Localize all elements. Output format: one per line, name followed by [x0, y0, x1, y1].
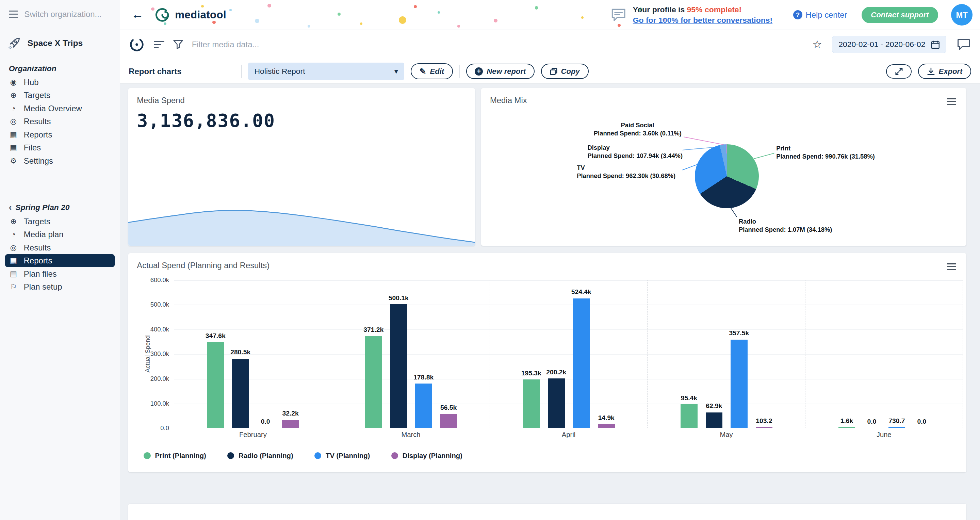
confetti-dot — [308, 25, 310, 27]
pie-slice-name: Display — [587, 144, 682, 152]
bar-display-planning--april — [598, 424, 615, 428]
confetti-dot — [399, 16, 406, 24]
pie-label-display: DisplayPlanned Spend: 107.94k (3.44%) — [587, 144, 682, 160]
profile-link[interactable]: Go for 100% for better conversations! — [633, 16, 772, 24]
sidebar-item-label: Targets — [24, 91, 50, 100]
sidebar-plan-item-results[interactable]: ◎Results — [5, 241, 115, 254]
sidebar-plan-item-plan-files[interactable]: ▤Plan files — [5, 267, 115, 280]
filter-lines-icon[interactable] — [154, 40, 164, 49]
logo-wordmark: mediatool — [175, 9, 226, 21]
expand-icon — [895, 67, 903, 76]
bar-value-label: 347.6k — [197, 332, 234, 340]
bar-value-label: 371.2k — [355, 326, 392, 334]
legend-item-display-planning-[interactable]: Display (Planning) — [391, 452, 463, 460]
y-axis-tick: 200.0k — [133, 375, 169, 383]
profile-area: Your profile is 95% complete! Go for 100… — [610, 4, 972, 25]
actual-spend-card: Actual Spend (Planning and Results) Actu… — [128, 253, 966, 472]
user-avatar[interactable]: MT — [951, 4, 972, 25]
sidebar-org-item-files[interactable]: ▤Files — [5, 141, 115, 154]
sidebar-org-item-reports[interactable]: ▦Reports — [5, 128, 115, 141]
toolbar-right: ☆ 2020-02-01 - 2020-06-02 — [812, 36, 971, 53]
y-axis-tick: 500.0k — [133, 301, 169, 309]
legend-item-radio-planning-[interactable]: Radio (Planning) — [227, 452, 293, 460]
sidebar-org-item-media-overview[interactable]: ◔Media Overview — [5, 102, 115, 115]
star-icon[interactable]: ☆ — [812, 39, 822, 50]
chart-menu-icon[interactable] — [947, 98, 956, 105]
reports-icon: ▦ — [9, 130, 18, 140]
x-axis-label: March — [332, 431, 490, 439]
pencil-icon: ✎ — [420, 67, 426, 76]
profile-percent: 95% complete! — [687, 5, 742, 14]
files-icon: ▤ — [9, 143, 18, 153]
back-button[interactable]: ← — [131, 8, 144, 21]
fullscreen-button[interactable] — [886, 64, 912, 79]
chart-legend: Print (Planning)Radio (Planning)TV (Plan… — [143, 452, 462, 460]
copy-report-button[interactable]: Copy — [541, 64, 589, 79]
plan-heading-row[interactable]: ‹ Spring Plan 20 — [0, 202, 120, 212]
bar-print-planning--june — [838, 427, 856, 428]
bar-group-may: 95.4k62.9k357.5k103.2May — [647, 280, 805, 428]
bar-tv-planning--may — [730, 340, 748, 428]
sidebar-plan-item-plan-setup[interactable]: ⚐Plan setup — [5, 280, 115, 294]
edit-report-button[interactable]: ✎ Edit — [411, 63, 453, 79]
pie-slice-name: Print — [776, 144, 875, 153]
rocket-icon — [6, 35, 22, 51]
export-button[interactable]: Export — [918, 64, 971, 79]
workspace-row[interactable]: Space X Trips — [0, 35, 120, 51]
targets-icon: ⊕ — [9, 217, 18, 226]
mediatool-logo-icon — [154, 6, 171, 24]
media-plan-icon: ◔ — [9, 230, 18, 239]
export-label: Export — [939, 67, 963, 76]
bar-tv-planning--june — [888, 427, 905, 428]
sidebar-org-item-targets[interactable]: ⊕Targets — [5, 89, 115, 102]
legend-item-print-planning-[interactable]: Print (Planning) — [143, 452, 206, 460]
bar-display-planning--may — [756, 427, 773, 428]
confetti-dot — [229, 9, 232, 11]
gauge-icon — [129, 37, 145, 53]
sidebar-org-item-settings[interactable]: ⚙Settings — [5, 154, 115, 167]
confetti-dot — [414, 5, 417, 8]
pie-slice-name: Radio — [739, 218, 832, 226]
chart-menu-icon[interactable] — [947, 263, 956, 270]
sidebar-plan-item-targets[interactable]: ⊕Targets — [5, 215, 115, 228]
legend-item-tv-planning-[interactable]: TV (Planning) — [314, 452, 370, 460]
legend-label: Radio (Planning) — [239, 452, 293, 460]
sidebar-org-item-hub[interactable]: ◉Hub — [5, 76, 115, 89]
sidebar-item-label: Settings — [24, 156, 53, 166]
pie-slice-name: Paid Social — [594, 121, 681, 129]
filter-toolbar: ☆ 2020-02-01 - 2020-06-02 — [120, 30, 980, 59]
results-icon: ◎ — [9, 243, 18, 253]
report-select[interactable]: Holistic Report ▾ — [248, 63, 404, 80]
comments-icon[interactable] — [956, 38, 971, 51]
sidebar-item-label: Hub — [24, 78, 39, 87]
date-range-picker[interactable]: 2020-02-01 - 2020-06-02 — [832, 36, 946, 53]
sidebar-plan-item-media-plan[interactable]: ◔Media plan — [5, 228, 115, 241]
contact-support-button[interactable]: Contact support — [862, 7, 938, 23]
legend-label: TV (Planning) — [326, 452, 370, 460]
reports-icon: ▦ — [9, 256, 18, 266]
filter-media-input[interactable] — [192, 40, 392, 49]
sidebar-item-label: Plan files — [24, 269, 57, 279]
copy-label: Copy — [561, 67, 580, 76]
switch-organization[interactable]: Switch organization... — [0, 0, 120, 19]
funnel-icon[interactable] — [173, 40, 183, 49]
sidebar-org-item-results[interactable]: ◎Results — [5, 115, 115, 128]
bar-radio-planning--may — [706, 412, 723, 428]
bar-value-label: 0.0 — [247, 418, 284, 425]
chat-bubble-icon — [610, 7, 627, 23]
legend-dot — [143, 452, 150, 459]
media-mix-title: Media Mix — [481, 88, 966, 105]
sidebar-item-label: Reports — [24, 256, 52, 266]
sidebar-item-label: Targets — [24, 217, 50, 226]
report-select-value: Holistic Report — [254, 67, 305, 76]
main-area: ← mediatool Your profile is 95% complete… — [120, 0, 980, 520]
mediatool-logo[interactable]: mediatool — [154, 6, 226, 24]
media-mix-pie-chart — [695, 144, 759, 208]
help-center-link[interactable]: ? Help center — [793, 10, 847, 20]
bar-print-planning--march — [365, 336, 382, 428]
sidebar-plan-item-reports[interactable]: ▦Reports — [5, 254, 115, 267]
new-report-button[interactable]: + New report — [466, 64, 535, 79]
bar-value-label: 103.2 — [745, 417, 783, 425]
legend-label: Print (Planning) — [155, 452, 206, 460]
bar-value-label: 178.8k — [405, 374, 442, 381]
